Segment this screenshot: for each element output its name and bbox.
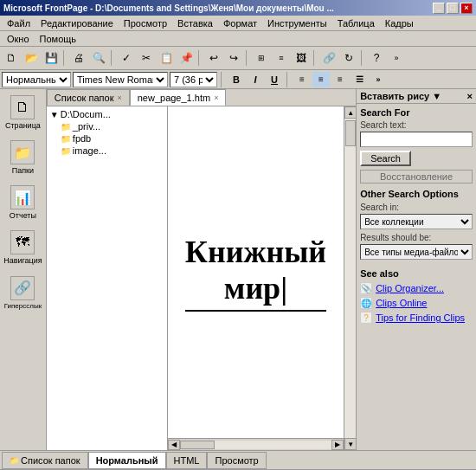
list-btn[interactable]: ☰	[351, 72, 368, 87]
tree-root-label: D:\Docum...	[61, 109, 111, 119]
align-center-btn[interactable]: ≡	[312, 72, 330, 87]
horizontal-scrollbar[interactable]: ◀ ▶	[168, 438, 344, 450]
align-left-btn[interactable]: ≡	[293, 72, 311, 87]
results-select[interactable]: Все типы медиа-файло	[360, 244, 473, 260]
scroll-right-btn[interactable]: ▶	[331, 440, 344, 450]
other-options-heading: Other Search Options	[360, 189, 473, 199]
scroll-left-btn[interactable]: ◀	[168, 440, 180, 450]
italic-btn[interactable]: I	[247, 72, 264, 87]
tree-item-priv[interactable]: 📁 _priv...	[48, 120, 165, 132]
tree-root[interactable]: ▼ D:\Docum...	[48, 108, 165, 120]
sep5	[313, 50, 317, 66]
bot-tab-folders[interactable]: 📁 Список папок	[2, 452, 88, 469]
tab-editor[interactable]: new_page_1.htm ×	[130, 89, 227, 106]
more-btn[interactable]: »	[387, 49, 406, 67]
editor-line1: Книжный	[185, 234, 326, 270]
bot-tab-preview[interactable]: Просмотр	[207, 452, 266, 469]
scroll-thumb-v[interactable]	[345, 120, 356, 146]
menu-table[interactable]: Таблица	[332, 17, 380, 29]
search-text-input[interactable]	[360, 132, 473, 147]
tips-link[interactable]: Tips for Finding Clips	[376, 312, 465, 323]
menu-insert[interactable]: Вставка	[172, 17, 218, 29]
clips-online-icon: 🌐	[360, 297, 372, 309]
tab-folders-close[interactable]: ×	[117, 93, 121, 102]
bot-tab-normal[interactable]: Нормальный	[88, 452, 166, 469]
tree-item-fpdb[interactable]: 📁 fpdb	[48, 132, 165, 145]
paste-btn[interactable]: 📌	[177, 49, 196, 67]
see-also-clip-organizer[interactable]: 📎 Clip Organizer...	[360, 282, 473, 294]
menu-bar-2: Окно Помощь	[0, 31, 476, 47]
underline-btn[interactable]: U	[266, 72, 283, 87]
help-btn[interactable]: ?	[367, 49, 386, 67]
editor-panel[interactable]: Книжный мир| ◀ ▶	[168, 106, 344, 450]
search-button[interactable]: Search	[360, 151, 411, 166]
align-right-btn[interactable]: ≡	[331, 72, 349, 87]
tab-folders[interactable]: Список папок ×	[47, 89, 130, 106]
see-also-clips-online[interactable]: 🌐 Clips Online	[360, 297, 473, 309]
menu-tools[interactable]: Инструменты	[262, 17, 332, 29]
font-select[interactable]: Times New Roman	[73, 72, 168, 87]
toolbar-area: 🗋 📂 💾 🖨 🔍 ✓ ✂ 📋 📌 ↩ ↪ ⊞ ≡ 🖼 🔗 ↻ ? »	[0, 47, 476, 70]
menu-bar: Файл Редактирование Просмотр Вставка Фор…	[0, 16, 476, 31]
menu-help[interactable]: Помощь	[35, 33, 82, 45]
bot-tab-normal-label: Нормальный	[96, 455, 158, 466]
search-in-select[interactable]: Все коллекции	[360, 214, 473, 229]
menu-view[interactable]: Просмотр	[119, 17, 172, 29]
hyperlink-btn[interactable]: 🔗	[319, 49, 338, 67]
style-select[interactable]: Нормальный	[2, 72, 71, 87]
sidebar-item-reports[interactable]: 📊 Отчеты	[0, 181, 45, 224]
search-in-label: Search in:	[360, 203, 473, 212]
clips-online-link[interactable]: Clips Online	[376, 298, 427, 308]
minimize-btn[interactable]: _	[433, 3, 445, 14]
spell-btn[interactable]: ✓	[117, 49, 136, 67]
clip-organizer-link[interactable]: Clip Organizer...	[376, 283, 444, 293]
menu-frames[interactable]: Кадры	[380, 17, 419, 29]
bot-tab-html[interactable]: HTML	[166, 452, 208, 469]
maximize-btn[interactable]: □	[447, 3, 459, 14]
nav-icon: 🗺	[10, 230, 35, 254]
tab-editor-close[interactable]: ×	[214, 93, 218, 102]
format-bar: Нормальный Times New Roman 7 (36 pt) B I…	[0, 70, 476, 89]
scroll-thumb-h[interactable]	[180, 441, 215, 449]
menu-file[interactable]: Файл	[2, 17, 35, 29]
sidebar-item-page[interactable]: 🗋 Страница	[0, 91, 45, 134]
new-btn[interactable]: 🗋	[2, 49, 21, 67]
size-select[interactable]: 7 (36 pt)	[170, 72, 217, 87]
sep4	[246, 50, 249, 66]
right-panel-close[interactable]: ×	[467, 91, 473, 101]
copy-btn[interactable]: 📋	[157, 49, 176, 67]
sidebar-item-hyperlinks[interactable]: 🔗 Гиперсслык	[0, 271, 45, 314]
scroll-up-btn[interactable]: ▲	[344, 106, 356, 119]
menu-format[interactable]: Формат	[218, 17, 262, 29]
sidebar-item-nav[interactable]: 🗺 Навигация	[0, 226, 45, 269]
print-btn[interactable]: 🖨	[69, 49, 88, 67]
more-fmt-btn[interactable]: »	[370, 72, 387, 87]
tab-folders-label: Список папок	[55, 93, 114, 103]
search-heading: Search For	[360, 107, 473, 118]
sidebar-item-folders[interactable]: 📁 Папки	[0, 136, 45, 179]
sidebar-label-page: Страница	[5, 121, 41, 130]
preview-btn[interactable]: 🔍	[89, 49, 108, 67]
restore-button[interactable]: Восстановление	[360, 170, 473, 183]
tab-strip: Список папок × new_page_1.htm ×	[47, 89, 356, 106]
menu-window[interactable]: Окно	[2, 33, 35, 45]
tree-item-images[interactable]: 📁 image...	[48, 145, 165, 157]
editor-text-block: Книжный мир|	[185, 234, 326, 312]
bold-btn[interactable]: B	[228, 72, 245, 87]
open-btn[interactable]: 📂	[22, 49, 41, 67]
see-also-tips[interactable]: ? Tips for Finding Clips	[360, 312, 473, 324]
scroll-down-btn[interactable]: ▼	[344, 438, 356, 450]
page-icon: 🗋	[10, 95, 35, 119]
save-btn[interactable]: 💾	[42, 49, 61, 67]
redo-btn[interactable]: ↪	[224, 49, 243, 67]
cut-btn[interactable]: ✂	[137, 49, 156, 67]
refresh-btn[interactable]: ↻	[339, 49, 358, 67]
editor-content[interactable]: Книжный мир|	[168, 106, 344, 438]
close-btn[interactable]: ×	[460, 3, 473, 14]
menu-edit[interactable]: Редактирование	[35, 17, 119, 29]
toolbar-row-1: 🗋 📂 💾 🖨 🔍 ✓ ✂ 📋 📌 ↩ ↪ ⊞ ≡ 🖼 🔗 ↻ ? »	[2, 48, 474, 68]
table-btn[interactable]: ⊞	[252, 49, 271, 67]
insert-row-btn[interactable]: ≡	[272, 49, 291, 67]
undo-btn[interactable]: ↩	[204, 49, 223, 67]
image-btn[interactable]: 🖼	[292, 49, 311, 67]
